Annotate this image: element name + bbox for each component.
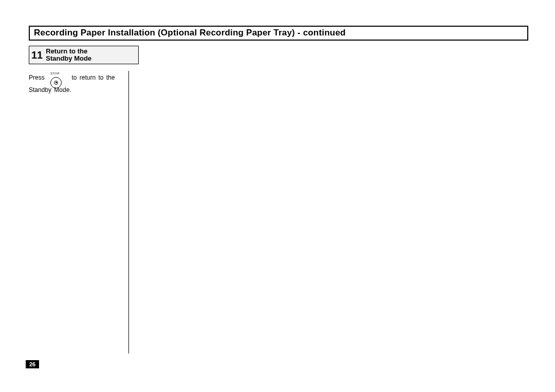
stop-label: STOP bbox=[50, 72, 66, 75]
section-title-bar: Recording Paper Installation (Optional R… bbox=[29, 26, 528, 41]
stop-circle-icon bbox=[50, 77, 62, 88]
return-text: to return to the bbox=[71, 74, 115, 81]
step-instruction-column: Press STOP to return to the Standby Mode… bbox=[29, 72, 126, 96]
page-number: 26 bbox=[26, 360, 39, 368]
step-title-line1: Return to the bbox=[46, 47, 87, 55]
press-word: Press bbox=[29, 74, 45, 81]
manual-page: Recording Paper Installation (Optional R… bbox=[0, 0, 555, 392]
step-title-line2: Standby Mode bbox=[46, 54, 91, 62]
stop-inner-icon bbox=[54, 81, 58, 85]
step-box: 11 Return to the Standby Mode bbox=[29, 46, 139, 64]
step-number: 11 bbox=[31, 50, 43, 60]
stop-button-icon: STOP bbox=[50, 72, 66, 87]
column-divider bbox=[128, 71, 129, 353]
section-title: Recording Paper Installation (Optional R… bbox=[34, 28, 346, 38]
stop-dot-icon bbox=[55, 82, 57, 83]
step-title: Return to the Standby Mode bbox=[46, 48, 91, 62]
instruction-text: Press STOP to return to the Standby Mode… bbox=[29, 72, 126, 96]
